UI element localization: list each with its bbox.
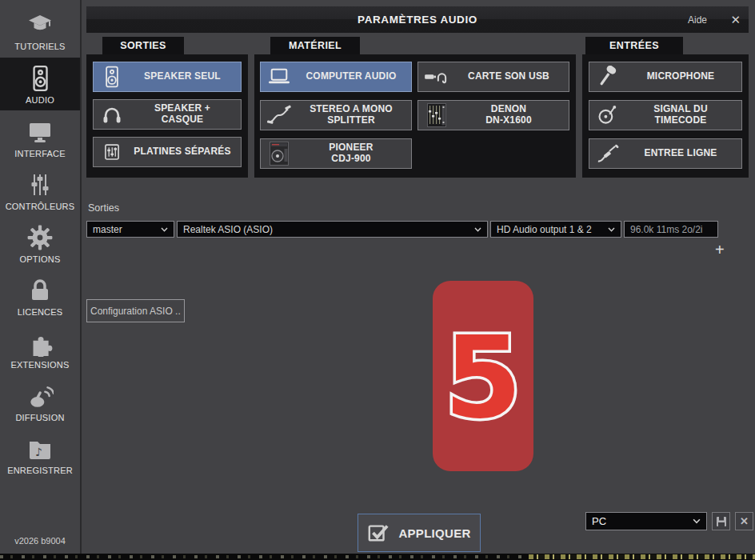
sidebar: TUTORIELS AUDIO INTERFACE (0, 0, 80, 554)
speaker-icon (94, 65, 130, 89)
button-label: SPEAKER SEUL (130, 71, 241, 82)
sidebar-item-options[interactable]: OPTIONS (0, 218, 80, 269)
button-computer-audio[interactable]: COMPUTER AUDIO (260, 62, 412, 92)
asio-config-label: Configuration ASIO .. (90, 306, 181, 317)
sidebar-item-label: TUTORIELS (14, 42, 65, 51)
usb-soundcard-icon (418, 66, 455, 87)
sidebar-item-enregistrer[interactable]: ♪ ENREGISTRER (0, 429, 80, 480)
button-speaker-seul[interactable]: SPEAKER SEUL (93, 62, 242, 92)
sidebar-item-label: OPTIONS (20, 254, 61, 264)
sidebar-item-label: DIFFUSION (15, 413, 64, 422)
tab-label: MATÉRIEL (289, 40, 342, 51)
output-status-box: 96.0k 11ms 2o/2i (624, 221, 718, 238)
audio-settings-window: TUTORIELS AUDIO INTERFACE (0, 0, 755, 560)
outputs-section-label: Sorties (88, 202, 119, 214)
button-label: PLATINES SÉPARÉS (130, 146, 241, 158)
sidebar-item-audio[interactable]: AUDIO (0, 58, 80, 110)
gear-icon (26, 223, 54, 252)
page-title: PARAMÈTRES AUDIO (86, 14, 749, 26)
button-denon-dnx1600[interactable]: DENON DN-X1600 (417, 100, 569, 130)
tab-entrees[interactable]: ENTRÉES (585, 37, 683, 54)
sidebar-item-label: EXTENSIONS (11, 360, 70, 370)
profile-select[interactable]: PC (585, 512, 707, 530)
delete-profile-button[interactable]: ✕ (735, 512, 753, 530)
sidebar-item-tutoriels[interactable]: TUTORIELS (0, 5, 80, 56)
button-carte-son-usb[interactable]: CARTE SON USB (417, 62, 569, 92)
lock-icon (27, 276, 53, 305)
asio-config-button[interactable]: Configuration ASIO .. (86, 299, 185, 322)
sliders-icon (27, 170, 53, 199)
sidebar-item-label: CONTRÔLEURS (6, 202, 75, 211)
tab-sorties[interactable]: SORTIES (102, 37, 184, 54)
button-label: DENON DN-X1600 (455, 104, 569, 126)
laptop-icon (261, 66, 298, 87)
panel-materiel: COMPUTER AUDIO CARTE SON USB STEREO A (254, 54, 576, 178)
headphones-icon (94, 103, 130, 126)
denon-mixer-icon (418, 103, 455, 127)
sidebar-item-extensions[interactable]: EXTENSIONS (0, 323, 80, 374)
dialog-header: PARAMÈTRES AUDIO Aide ✕ (86, 6, 749, 33)
close-icon: ✕ (740, 515, 749, 527)
button-label: MICROPHONE (626, 71, 741, 82)
output-channel-select[interactable]: master (86, 221, 174, 238)
sidebar-item-label: LICENCES (18, 307, 63, 317)
waveform-sliver (0, 555, 529, 558)
save-profile-button[interactable] (712, 512, 730, 530)
output-port-select[interactable]: HD Audio output 1 & 2 (490, 221, 621, 238)
waveform-sliver (529, 554, 755, 559)
button-platines-separes[interactable]: PLATINES SÉPARÉS (93, 137, 242, 167)
button-label: STEREO A MONO SPLITTER (298, 104, 411, 126)
sidebar-item-label: ENREGISTRER (7, 466, 73, 475)
puzzle-icon (26, 329, 54, 358)
chevron-down-icon (474, 227, 481, 232)
output-status-value: 96.0k 11ms 2o/2i (630, 224, 703, 235)
chevron-down-icon (693, 518, 701, 524)
countdown-card: 5 (433, 281, 533, 471)
chevron-down-icon (161, 227, 168, 232)
jack-plug-icon (589, 143, 626, 164)
sidebar-item-licences[interactable]: LICENCES (0, 270, 80, 322)
sidebar-item-interface[interactable]: INTERFACE (0, 112, 80, 163)
button-entree-ligne[interactable]: ENTREE LIGNE (589, 138, 742, 169)
save-icon (716, 516, 727, 527)
add-output-button[interactable]: + (715, 242, 725, 258)
monitor-icon (26, 118, 54, 146)
output-port-value: HD Audio output 1 & 2 (497, 224, 592, 235)
turntable-icon (589, 104, 626, 126)
version-label: v2026 b9004 (0, 536, 80, 546)
button-label: PIONEER CDJ-900 (298, 142, 411, 165)
button-label: COMPUTER AUDIO (298, 71, 411, 82)
splitter-cable-icon (261, 104, 298, 126)
button-stereo-mono-splitter[interactable]: STEREO A MONO SPLITTER (260, 100, 412, 130)
button-signal-timecode[interactable]: SIGNAL DU TIMECODE (589, 100, 742, 130)
sidebar-item-controleurs[interactable]: CONTRÔLEURS (0, 165, 80, 216)
button-label: SIGNAL DU TIMECODE (626, 104, 741, 126)
button-label: ENTREE LIGNE (626, 148, 741, 159)
tab-label: SORTIES (120, 40, 166, 51)
mixer-grid-icon (94, 142, 130, 162)
tab-materiel[interactable]: MATÉRIEL (270, 37, 360, 54)
button-pioneer-cdj900[interactable]: PIONEER CDJ-900 (260, 138, 412, 169)
sidebar-item-label: INTERFACE (14, 149, 66, 158)
chevron-down-icon (608, 227, 615, 232)
button-speaker-casque[interactable]: SPEAKER + CASQUE (93, 99, 242, 130)
output-driver-value: Realtek ASIO (ASIO) (183, 224, 273, 235)
apply-button[interactable]: APPLIQUER (358, 514, 481, 552)
close-icon[interactable]: ✕ (730, 14, 741, 26)
graduation-cap-icon (26, 10, 54, 39)
cdj-player-icon (261, 142, 298, 166)
speaker-icon (26, 64, 54, 93)
button-microphone[interactable]: MICROPHONE (589, 62, 742, 92)
profile-value: PC (592, 515, 606, 527)
help-link[interactable]: Aide (688, 14, 707, 26)
sidebar-separator (80, 0, 82, 554)
apply-button-label: APPLIQUER (398, 526, 470, 540)
panel-entrees: MICROPHONE SIGNAL DU TIMECODE (582, 54, 749, 178)
sidebar-item-label: AUDIO (26, 95, 54, 105)
folder-music-icon: ♪ (26, 434, 54, 463)
output-channel-value: master (93, 224, 122, 235)
button-label: CARTE SON USB (455, 71, 569, 82)
background-app-sliver (0, 554, 755, 560)
sidebar-item-diffusion[interactable]: DIFFUSION (0, 376, 80, 427)
output-driver-select[interactable]: Realtek ASIO (ASIO) (177, 221, 488, 238)
